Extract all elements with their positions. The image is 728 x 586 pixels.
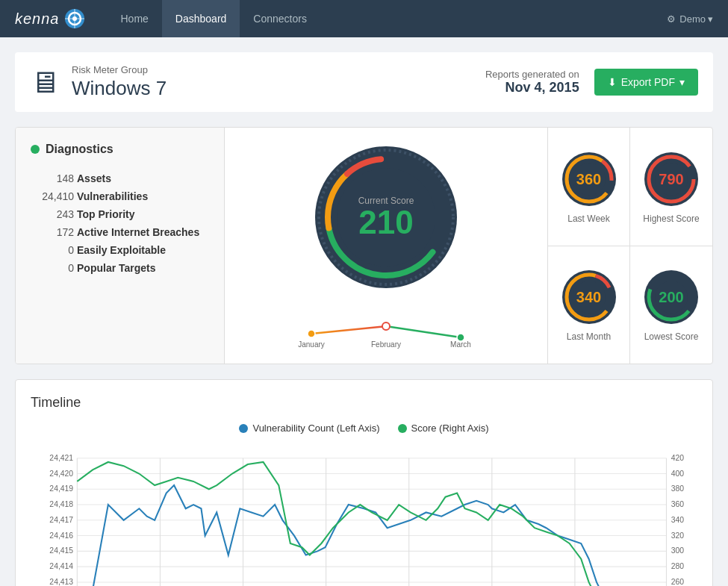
timeline-panel: Timeline Vulnerability Count (Left Axis)…: [15, 379, 713, 586]
last-month-label: Last Month: [567, 331, 611, 342]
trend-mar: March: [450, 340, 471, 349]
score-inner: Current Score 210: [358, 196, 414, 239]
score-card-last-week: 360 Last Week: [548, 128, 630, 246]
export-dropdown-icon: ▾: [679, 76, 685, 88]
svg-point-11: [308, 330, 315, 337]
y-right-label: 380: [671, 484, 685, 493]
monitor-icon: 🖥: [30, 66, 60, 99]
legend-dot-blue: [239, 424, 248, 433]
y-axis-label: 24,414: [49, 562, 73, 570]
nav-home[interactable]: Home: [108, 0, 162, 37]
targets-label: Popular Targets: [75, 259, 209, 277]
y-right-label: 260: [671, 578, 685, 586]
vuln-label: Vulnerabilities: [75, 187, 209, 205]
chart-area: 24,421 24,420 24,419 24,418 24,417 24,41…: [31, 443, 697, 586]
y-right-label: 420: [671, 454, 685, 462]
assets-value: 148: [31, 169, 75, 187]
table-row: 172 Active Internet Breaches: [31, 223, 209, 241]
trend-feb: February: [371, 340, 401, 349]
legend-vuln: Vulnerability Count (Left Axis): [239, 423, 379, 434]
mini-circle-last-week: 360: [559, 149, 619, 209]
status-dot: [31, 145, 40, 154]
diagnostics-table: 148 Assets 24,410 Vulnerabilities 243 To…: [31, 169, 209, 277]
risk-meter-label: Risk Meter Group: [72, 64, 167, 75]
nav-user-dropdown: ▾: [708, 13, 713, 25]
score-cards-panel: 360 Last Week 790 Highest Score: [548, 128, 712, 364]
page-header: 🖥 Risk Meter Group Windows 7 Reports gen…: [15, 52, 713, 112]
header-left: 🖥 Risk Meter Group Windows 7: [30, 64, 167, 100]
last-week-label: Last Week: [567, 213, 609, 224]
header-title-group: Risk Meter Group Windows 7: [72, 64, 167, 100]
nav-connectors[interactable]: Connectors: [240, 0, 320, 37]
diagnostics-header: Diagnostics: [31, 143, 209, 156]
y-axis-label: 24,417: [49, 516, 73, 524]
brand-text: kenna: [15, 10, 60, 28]
y-right-label: 320: [671, 532, 685, 540]
last-month-value: 340: [576, 289, 601, 306]
brand: kenna: [15, 8, 85, 29]
score-line: [77, 462, 666, 586]
y-right-label: 340: [671, 516, 685, 524]
gear-icon: ⚙: [667, 13, 676, 25]
reports-date: Nov 4, 2015: [485, 80, 579, 96]
legend-score-label: Score (Right Axis): [411, 423, 489, 434]
vuln-value: 24,410: [31, 187, 75, 205]
reports-generated: Reports generated on Nov 4, 2015: [485, 69, 579, 96]
diagnostics-panel: Diagnostics 148 Assets 24,410 Vulnerabil…: [16, 128, 225, 364]
export-pdf-button[interactable]: ⬇ Export PDF ▾: [594, 69, 698, 96]
targets-value: 0: [31, 259, 75, 277]
y-axis-label: 24,418: [49, 500, 73, 508]
breaches-label: Active Internet Breaches: [75, 223, 209, 241]
svg-point-12: [382, 322, 390, 330]
y-axis-label: 24,416: [49, 532, 73, 540]
mini-circle-last-month: 340: [559, 267, 619, 327]
score-card-last-month: 340 Last Month: [548, 246, 630, 364]
table-row: 0 Popular Targets: [31, 259, 209, 277]
table-row: 0 Easily Exploitable: [31, 241, 209, 259]
mini-circle-highest: 790: [641, 149, 701, 209]
score-card-lowest: 200 Lowest Score: [630, 246, 712, 364]
diagnostics-title: Diagnostics: [46, 143, 113, 156]
timeline-title: Timeline: [31, 395, 697, 411]
page-title: Windows 7: [72, 77, 167, 100]
nav-links: Home Dashboard Connectors: [108, 0, 668, 37]
highest-value: 790: [659, 170, 683, 187]
score-card-highest: 790 Highest Score: [630, 128, 712, 246]
y-right-label: 400: [671, 470, 685, 478]
navbar: kenna Home Dashboard Connectors ⚙ Demo ▾: [0, 0, 728, 37]
metrics-row: Diagnostics 148 Assets 24,410 Vulnerabil…: [15, 127, 713, 364]
y-axis-label: 24,413: [49, 578, 73, 586]
lowest-label: Lowest Score: [644, 331, 699, 342]
table-row: 24,410 Vulnerabilities: [31, 187, 209, 205]
trend-jan: January: [298, 340, 325, 349]
exploitable-label: Easily Exploitable: [75, 241, 209, 259]
y-right-label: 360: [671, 500, 685, 508]
legend-score: Score (Right Axis): [398, 423, 489, 434]
table-row: 148 Assets: [31, 169, 209, 187]
page-content: 🖥 Risk Meter Group Windows 7 Reports gen…: [0, 37, 728, 586]
nav-user-label: Demo: [679, 13, 706, 25]
y-axis-label: 24,420: [49, 470, 73, 478]
y-axis-label: 24,421: [49, 454, 73, 462]
y-axis-label: 24,419: [49, 484, 73, 493]
y-right-label: 300: [671, 546, 685, 555]
legend-dot-green: [398, 424, 407, 433]
chart-legend: Vulnerability Count (Left Axis) Score (R…: [31, 423, 697, 434]
top-priority-label: Top Priority: [75, 205, 209, 223]
reports-label: Reports generated on: [485, 69, 579, 80]
timeline-chart-svg: 24,421 24,420 24,419 24,418 24,417 24,41…: [31, 443, 697, 586]
score-panel: Current Score 210: [225, 128, 548, 364]
score-value: 210: [358, 204, 413, 240]
breaches-value: 172: [31, 223, 75, 241]
score-circle: Current Score 210: [311, 143, 461, 292]
table-row: 243 Top Priority: [31, 205, 209, 223]
nav-user[interactable]: ⚙ Demo ▾: [667, 13, 713, 25]
top-priority-value: 243: [31, 205, 75, 223]
mini-circle-lowest: 200: [641, 267, 701, 327]
legend-vuln-label: Vulnerability Count (Left Axis): [252, 423, 379, 434]
nav-dashboard[interactable]: Dashboard: [162, 0, 240, 37]
export-btn-label: Export PDF: [621, 76, 675, 88]
y-right-label: 280: [671, 562, 685, 570]
exploitable-value: 0: [31, 241, 75, 259]
lowest-value: 200: [659, 289, 683, 306]
